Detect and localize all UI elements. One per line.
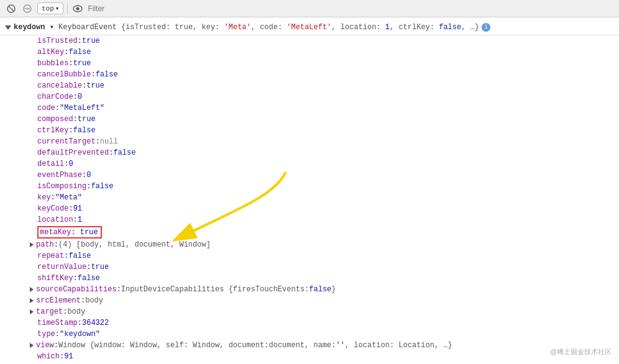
prop-sourceCapabilities: sourceCapabilities: InputDeviceCapabilit…	[0, 284, 619, 295]
svg-line-1	[9, 6, 14, 11]
expand-target-icon[interactable]	[30, 309, 34, 314]
prop-shiftKey: shiftKey: false	[0, 273, 619, 284]
prop-altKey: altKey: false	[0, 47, 619, 58]
expand-srcElement-icon[interactable]	[30, 298, 34, 303]
prop-returnValue: returnValue: true	[0, 262, 619, 273]
prop-srcElement: srcElement: body	[0, 295, 619, 306]
no-entry-icon[interactable]	[21, 2, 34, 15]
prop-timeStamp: timeStamp: 364322	[0, 317, 619, 329]
prop-location: location: 1	[0, 214, 619, 225]
prop-target: target: body	[0, 306, 619, 317]
console-output: keydown ▾ KeyboardEvent {isTrusted: true…	[0, 17, 619, 364]
prop-charCode: charCode: 0	[0, 91, 619, 102]
eye-icon[interactable]	[71, 2, 84, 15]
context-label: top	[42, 5, 54, 12]
properties-container: isTrusted: true altKey: false bubbles: t…	[0, 35, 619, 364]
metaKey-highlight-box: metaKey: true	[37, 226, 102, 239]
prop-path: path: (4) [body, html, document, Window]	[0, 239, 619, 250]
prop-ctrlKey: ctrlKey: false	[0, 125, 619, 136]
prop-keyCode: keyCode: 91	[0, 203, 619, 214]
prop-eventPhase: eventPhase: 0	[0, 170, 619, 181]
toolbar-divider	[67, 3, 68, 14]
prop-view: view: Window {window: Window, self: Wind…	[0, 340, 619, 351]
prop-cancelBubble: cancelBubble: false	[0, 69, 619, 80]
prop-repeat: repeat: false	[0, 250, 619, 262]
prop-bubbles: bubbles: true	[0, 58, 619, 69]
expand-view-icon[interactable]	[30, 343, 34, 348]
prop-which: which: 91	[0, 351, 619, 362]
event-header-row: keydown ▾ KeyboardEvent {isTrusted: true…	[0, 20, 619, 35]
collapse-triangle[interactable]	[5, 25, 11, 30]
prop-currentTarget: currentTarget: null	[0, 136, 619, 147]
info-icon[interactable]: i	[482, 23, 490, 32]
prop-isComposing: isComposing: false	[0, 181, 619, 192]
prop-composed: composed: true	[0, 114, 619, 125]
prop-code: code: "MetaLeft"	[0, 102, 619, 114]
prop-metaKey-row: metaKey: true	[0, 225, 619, 239]
prop-defaultPrevented: defaultPrevented: false	[0, 147, 619, 158]
expand-path-icon[interactable]	[30, 242, 34, 247]
prop-type: type: "keydown"	[0, 329, 619, 340]
devtools-toolbar: top ▾	[0, 0, 619, 17]
prop-key: key: "Meta"	[0, 192, 619, 203]
watermark-fixed: @稀土掘金技术社区	[550, 347, 612, 357]
block-icon[interactable]	[5, 2, 17, 15]
expand-source-icon[interactable]	[30, 287, 34, 292]
prop-isTrusted: isTrusted: true	[0, 35, 619, 47]
context-dropdown[interactable]: top ▾	[37, 2, 63, 14]
dropdown-arrow-icon: ▾	[55, 4, 60, 12]
svg-point-5	[76, 7, 80, 10]
filter-input[interactable]	[88, 2, 614, 15]
prop-detail: detail: 0	[0, 158, 619, 170]
prop-cancelable: cancelable: true	[0, 80, 619, 91]
